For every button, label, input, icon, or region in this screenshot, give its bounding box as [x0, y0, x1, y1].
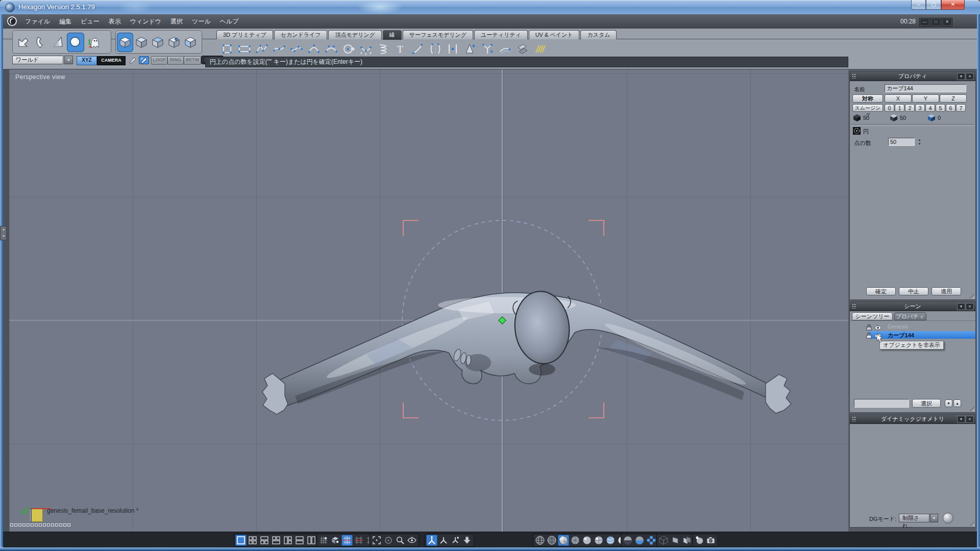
properties-panel-header[interactable]: プロパティ ▼ ✕ — [850, 72, 975, 81]
show-grid-active-icon[interactable] — [341, 535, 353, 546]
layout-bottom-wide-icon[interactable] — [271, 535, 282, 546]
smoothing-level-3[interactable]: 3 — [915, 104, 925, 112]
project-curve-tool[interactable] — [479, 41, 496, 57]
scene-prev-button[interactable]: ▼ — [945, 399, 952, 407]
hidden-line-shading-icon[interactable] — [546, 535, 557, 546]
radial-symmetry-icon[interactable] — [646, 535, 657, 546]
layout-vertical-split-icon[interactable] — [306, 535, 317, 546]
menu-file[interactable]: ファイル — [20, 14, 55, 29]
coordinate-space-combo[interactable]: ワールド — [12, 56, 63, 64]
select-face-mode[interactable] — [133, 33, 150, 52]
frame-squares-row[interactable] — [10, 523, 70, 527]
rotate-manipulator-icon[interactable] — [450, 535, 461, 546]
perspective-viewport[interactable]: Perspective view genesis_femail_base_res… — [9, 69, 848, 532]
helix-tool[interactable] — [375, 41, 392, 57]
symmetry-z-button[interactable]: Z — [940, 94, 967, 103]
polyline-tool[interactable] — [253, 41, 271, 57]
scene-tree-tab[interactable]: シーンツリー — [852, 312, 893, 320]
menu-tools[interactable]: ツール — [187, 14, 215, 29]
weight-cube-dark-icon[interactable] — [853, 114, 861, 124]
surface-from-curve-tool[interactable] — [513, 41, 531, 57]
app-minimize-button[interactable]: — — [919, 18, 930, 27]
xyz-axis-toggle[interactable]: XYZ — [77, 56, 97, 65]
drop-to-ground-icon[interactable] — [461, 535, 473, 546]
cone-select-tool[interactable] — [50, 33, 67, 52]
tab-uv-paint[interactable]: UV & ペイント — [529, 30, 580, 39]
tab-second-life[interactable]: セカンドライフ — [274, 30, 328, 39]
tab-surface-modeling[interactable]: サーフェスモデリング — [403, 30, 473, 39]
bezier-curve-tool[interactable] — [323, 41, 340, 57]
pick-tool-icon[interactable] — [128, 56, 138, 64]
insert-point-tool[interactable] — [444, 41, 461, 57]
select-edge-mode[interactable] — [150, 33, 166, 52]
tab-utilities[interactable]: ユーティリティ — [474, 30, 528, 39]
arc-tool[interactable] — [305, 41, 323, 57]
panel-close-button[interactable]: ✕ — [966, 73, 974, 80]
menu-edit[interactable]: 編集 — [55, 14, 76, 29]
confirm-button[interactable]: 確定 — [866, 287, 896, 295]
panel-collapse-button[interactable]: ▼ — [957, 416, 965, 423]
os-minimize-button[interactable]: – — [911, 0, 926, 10]
flat-shading-active-icon[interactable] — [558, 535, 569, 546]
panel-grip-icon[interactable] — [852, 416, 856, 421]
scene-item-genesis-label[interactable]: Genesis — [888, 323, 908, 330]
scene-panel-header[interactable]: シーン ▼ ✕ — [850, 302, 975, 311]
circle-curve-tool[interactable] — [340, 41, 357, 57]
app-maximize-button[interactable]: □ — [930, 18, 941, 27]
layout-left-tall-icon[interactable] — [282, 535, 293, 546]
undo-arrow-tool[interactable] — [15, 33, 32, 52]
points-count-input[interactable] — [888, 138, 915, 146]
rotate-tool[interactable] — [32, 33, 50, 52]
layout-quad-view-icon[interactable] — [247, 535, 258, 546]
look-at-icon[interactable] — [406, 535, 418, 546]
scene-next-button[interactable]: ▲ — [953, 399, 961, 407]
smooth-wire-shading-icon[interactable] — [593, 535, 604, 546]
weight-cube-blue-icon[interactable] — [927, 114, 936, 124]
flat-wire-shading-icon[interactable] — [570, 535, 581, 546]
camera-axis-toggle[interactable]: CAMERA — [97, 56, 126, 65]
smoothing-button[interactable]: スムージング — [852, 104, 883, 112]
fillet-curve-tool[interactable] — [409, 41, 427, 57]
wire-cube-display-icon[interactable] — [658, 535, 669, 546]
os-maximize-button[interactable]: ▢ — [926, 0, 941, 10]
ghost-manipulator-tool[interactable] — [84, 33, 102, 52]
os-close-button[interactable]: ✕ — [941, 0, 965, 10]
points-count-stepper[interactable]: ▲▼ — [917, 138, 922, 146]
scene-properties-tab[interactable]: プロパティ — [894, 312, 926, 320]
coordinate-space-dropdown-button[interactable]: ▼ — [64, 56, 73, 64]
tab-3d-primitives[interactable]: 3D プリミティブ — [216, 30, 273, 39]
smoothing-level-1[interactable]: 1 — [895, 104, 904, 112]
menu-display[interactable]: 表示 — [104, 14, 126, 29]
ring-select-button[interactable]: RING — [167, 56, 184, 65]
dg-sphere-button[interactable] — [943, 513, 953, 523]
fit-view-icon[interactable] — [371, 535, 382, 546]
apply-button[interactable]: 適用 — [932, 287, 961, 295]
interpolated-curve-tool[interactable] — [288, 41, 305, 57]
move-manipulator-icon[interactable] — [438, 535, 449, 546]
hatch-marks-tool[interactable] — [531, 41, 548, 57]
tab-vertex-modeling[interactable]: 頂点モデリング — [328, 30, 381, 39]
scene-select-button[interactable]: 選択 — [912, 399, 941, 408]
textured-shading-icon[interactable] — [605, 535, 616, 546]
zoom-view-icon[interactable] — [395, 535, 406, 546]
tab-custom[interactable]: カスタム — [580, 30, 617, 39]
half-section-icon[interactable] — [622, 535, 633, 546]
scene-item-genesis-row[interactable]: Genesis — [851, 323, 975, 331]
smoothing-level-5[interactable]: 5 — [936, 104, 945, 112]
name-input[interactable] — [885, 84, 966, 92]
paint-select-tool-icon[interactable] — [139, 56, 149, 64]
scene-item-curve144-label[interactable]: カーブ144 — [888, 332, 914, 339]
universal-manipulator-icon[interactable] — [426, 535, 437, 546]
smooth-shading-icon[interactable] — [581, 535, 593, 546]
solid-slab-display-icon[interactable] — [670, 535, 681, 546]
extract-curve-tool[interactable] — [461, 41, 479, 57]
menu-help[interactable]: ヘルプ — [215, 14, 243, 29]
panel-resize-grip[interactable] — [969, 406, 974, 411]
square-curve-tool[interactable] — [218, 41, 236, 57]
lock-icon[interactable] — [866, 332, 872, 341]
layout-horizontal-split-icon[interactable] — [294, 535, 305, 546]
rectangle-curve-tool[interactable] — [236, 41, 253, 57]
object-name-label[interactable]: genesis_femail_base_resolution * — [47, 507, 138, 514]
panel-grip-icon[interactable] — [852, 73, 856, 79]
panel-close-button[interactable]: ✕ — [966, 303, 974, 310]
